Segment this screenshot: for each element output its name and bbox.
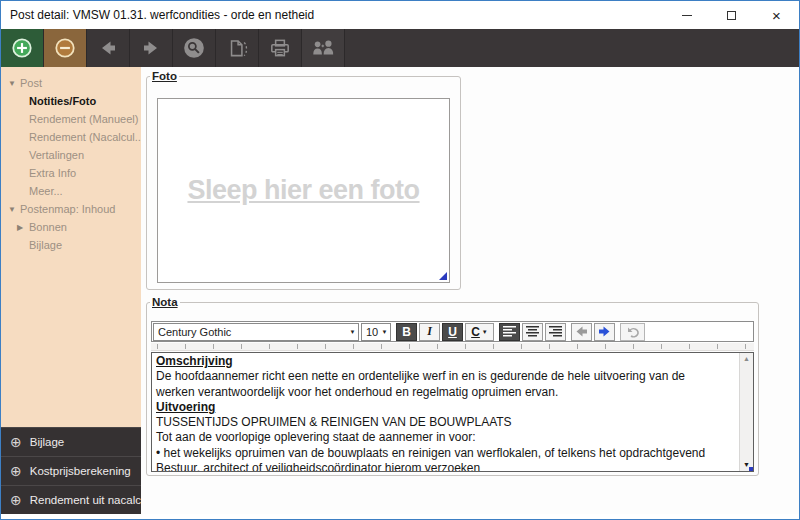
copy-button[interactable] (216, 29, 259, 67)
minimize-icon (682, 15, 692, 16)
search-button[interactable] (173, 29, 216, 67)
align-left-icon (503, 326, 516, 337)
sidebar-item-post[interactable]: ▼Post (1, 74, 141, 92)
italic-button[interactable]: I (419, 323, 440, 341)
close-button[interactable]: × (754, 1, 799, 29)
nota-group: Nota Century Gothic ▼ 10 ▼ BIUC▼ (146, 296, 759, 476)
nota-paragraph: • het wekelijks opruimen van de bouwplaa… (156, 446, 727, 472)
titlebar: Post detail: VMSW 01.31. werfcondities -… (1, 1, 799, 29)
previous-note-button[interactable] (571, 323, 592, 341)
scrollbar[interactable]: ▲ ▼ (739, 353, 753, 471)
bold-label: B (402, 325, 411, 339)
sidebar-item-label: Extra Info (29, 167, 76, 179)
align-center-icon (526, 326, 539, 337)
font-family-value: Century Gothic (154, 326, 347, 338)
expanded-triangle-icon[interactable]: ▼ (8, 205, 20, 214)
sidebar-item-notities-foto[interactable]: Notities/Foto (1, 92, 141, 110)
sidebar-item-bijlage[interactable]: Bijlage (1, 236, 141, 254)
close-icon: × (772, 8, 781, 23)
action-kostprijsberekening-button[interactable]: ⊕Kostprijsberekening (1, 456, 141, 485)
sidebar-item-vertalingen[interactable]: Vertalingen (1, 146, 141, 164)
sidebar-item-postenmap-inhoud[interactable]: ▼Postenmap: Inhoud (1, 200, 141, 218)
print-icon (268, 36, 292, 60)
chevron-down-icon: ▼ (482, 329, 488, 335)
next-note-button[interactable] (594, 323, 615, 341)
plus-circle-icon: ⊕ (10, 493, 22, 507)
align-left-button[interactable] (499, 323, 520, 341)
format-button-group: BIUC▼ (396, 323, 494, 341)
chevron-down-icon: ▼ (379, 329, 390, 335)
ruler (151, 343, 754, 351)
foto-group-label: Foto (150, 70, 179, 82)
sidebar: ▼PostNotities/FotoRendement (Manueel)Ren… (1, 67, 141, 514)
sidebar-item-rendement-manueel[interactable]: Rendement (Manueel) (1, 110, 141, 128)
plus-circle-icon: ⊕ (10, 464, 22, 478)
sidebar-item-label: Notities/Foto (29, 95, 96, 107)
users-icon (310, 36, 336, 60)
sidebar-item-label: Post (20, 77, 42, 89)
add-button[interactable] (1, 29, 44, 67)
block-arrow-right-icon (598, 326, 611, 337)
collapsed-triangle-icon[interactable]: ▶ (17, 223, 29, 232)
action-label: Bijlage (30, 436, 65, 448)
nota-paragraph: TUSSENTIJDS OPRUIMEN & REINIGEN VAN DE B… (156, 415, 727, 430)
resize-grip-icon[interactable] (439, 272, 447, 280)
photo-dropzone[interactable]: Sleep hier een foto (157, 98, 450, 283)
print-button[interactable] (259, 29, 302, 67)
nota-paragraph: Omschrijving (156, 354, 727, 369)
undo-button[interactable] (620, 323, 645, 341)
font-size-select[interactable]: 10 ▼ (361, 323, 391, 341)
font-size-value: 10 (362, 326, 379, 338)
bold-button[interactable]: B (396, 323, 417, 341)
scroll-up-icon[interactable]: ▲ (740, 355, 753, 362)
sidebar-item-bonnen[interactable]: ▶Bonnen (1, 218, 141, 236)
photo-dropzone-placeholder: Sleep hier een foto (187, 175, 419, 206)
foto-group: Foto Sleep hier een foto (146, 70, 461, 290)
editor-toolbar: Century Gothic ▼ 10 ▼ BIUC▼ (151, 321, 754, 342)
action-label: Kostprijsberekening (30, 465, 131, 477)
back-button[interactable] (87, 29, 130, 67)
window-title: Post detail: VMSW 01.31. werfcondities -… (1, 1, 664, 29)
sidebar-item-extra-info[interactable]: Extra Info (1, 164, 141, 182)
nota-text[interactable]: ▲ ▼ OmschrijvingDe hoofdaannemer richt e… (151, 352, 754, 472)
sidebar-item-meer[interactable]: Meer... (1, 182, 141, 200)
plus-circle-icon: ⊕ (10, 435, 22, 449)
undo-button-group (620, 323, 645, 341)
forward-button[interactable] (130, 29, 173, 67)
maximize-button[interactable] (709, 1, 754, 29)
arrow-right-icon (140, 37, 162, 59)
sidebar-item-label: Postenmap: Inhoud (20, 203, 115, 215)
action-bijlage-button[interactable]: ⊕Bijlage (1, 427, 141, 456)
font-family-select[interactable]: Century Gothic ▼ (153, 323, 359, 341)
sidebar-item-label: Bonnen (29, 221, 67, 233)
resize-grip-icon[interactable] (749, 467, 753, 471)
users-button[interactable] (302, 29, 345, 67)
expanded-triangle-icon[interactable]: ▼ (8, 79, 20, 88)
action-label: Rendement uit nacalc (30, 494, 141, 506)
align-right-button[interactable] (545, 323, 566, 341)
text-color-label: C (471, 325, 480, 339)
align-button-group (499, 323, 566, 341)
italic-label: I (427, 324, 432, 339)
underline-button[interactable]: U (442, 323, 463, 341)
arrow-left-icon (97, 37, 119, 59)
nota-paragraph: Tot aan de voorlopige oplevering staat d… (156, 430, 727, 445)
nota-group-label: Nota (150, 296, 180, 308)
align-center-button[interactable] (522, 323, 543, 341)
nota-paragraph: De hoofdaannemer richt een nette en orde… (156, 369, 727, 400)
align-right-icon (549, 326, 562, 337)
sidebar-item-rendement-nacalcul[interactable]: Rendement (Nacalcul... (1, 128, 141, 146)
search-icon (182, 36, 206, 60)
sidebar-item-label: Bijlage (29, 239, 62, 251)
remove-button[interactable] (44, 29, 87, 67)
sidebar-item-label: Rendement (Manueel) (29, 113, 138, 125)
minimize-button[interactable] (664, 1, 709, 29)
undo-icon (626, 326, 640, 338)
sidebar-actions: ⊕Bijlage⊕Kostprijsberekening⊕Rendement u… (1, 427, 141, 514)
underline-label: U (448, 325, 457, 339)
action-rendement-uit-nacalc-button[interactable]: ⊕Rendement uit nacalc (1, 485, 141, 514)
nota-paragraph: Uitvoering (156, 400, 727, 415)
chevron-down-icon: ▼ (347, 329, 358, 335)
text-color-button[interactable]: C▼ (465, 323, 494, 341)
plus-circle-icon (10, 36, 34, 60)
